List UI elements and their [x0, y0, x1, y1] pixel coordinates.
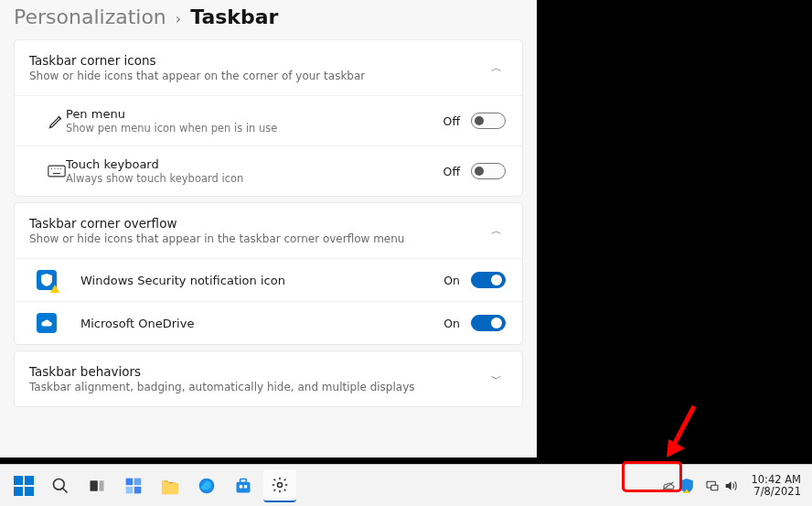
- windows-security-icon: [29, 270, 80, 290]
- store-button[interactable]: [227, 469, 260, 502]
- chevron-up-icon: ︿: [487, 223, 506, 239]
- setting-title: Touch keyboard: [66, 157, 443, 171]
- section-subtitle: Show or hide icons that appear in the ta…: [29, 232, 487, 245]
- settings-button[interactable]: [263, 469, 296, 502]
- widgets-button[interactable]: [117, 469, 150, 502]
- windows-logo-icon: [14, 476, 34, 496]
- clock-date: 7/8/2021: [751, 486, 801, 498]
- volume-icon: [723, 479, 738, 493]
- toggle-state-label: Off: [443, 114, 460, 128]
- svg-point-19: [278, 482, 283, 487]
- section-behaviors: Taskbar behaviors Taskbar alignment, bad…: [14, 350, 523, 407]
- svg-rect-8: [91, 480, 98, 491]
- section-title: Taskbar behaviors: [29, 364, 487, 379]
- toggle-touch-keyboard[interactable]: [471, 163, 506, 179]
- toggle-state-label: On: [443, 317, 460, 330]
- chevron-up-icon: ︿: [487, 60, 506, 76]
- toggle-windows-security[interactable]: [471, 272, 506, 288]
- start-button[interactable]: [7, 469, 40, 502]
- row-pen-menu: Pen menu Show pen menu icon when pen is …: [15, 95, 522, 145]
- toggle-state-label: On: [443, 274, 460, 287]
- breadcrumb-parent[interactable]: Personalization: [14, 5, 166, 28]
- section-corner-overflow: Taskbar corner overflow Show or hide ico…: [14, 202, 523, 345]
- svg-rect-13: [134, 486, 142, 493]
- section-title: Taskbar corner icons: [29, 53, 487, 68]
- svg-rect-0: [48, 166, 65, 177]
- annotation-arrow-icon: [665, 403, 701, 458]
- taskbar: 10:42 AM 7/8/2021: [0, 464, 812, 506]
- setting-title: Microsoft OneDrive: [80, 317, 443, 330]
- settings-panel: Personalization › Taskbar Taskbar corner…: [0, 0, 538, 458]
- taskbar-clock[interactable]: 10:42 AM 7/8/2021: [745, 474, 807, 498]
- row-windows-security: Windows Security notification icon On: [15, 258, 522, 301]
- section-header-behaviors[interactable]: Taskbar behaviors Taskbar alignment, bad…: [15, 351, 522, 406]
- svg-rect-23: [711, 485, 718, 490]
- onedrive-icon: [29, 313, 80, 333]
- widgets-icon: [124, 477, 143, 495]
- row-onedrive: Microsoft OneDrive On: [15, 301, 522, 344]
- breadcrumb: Personalization › Taskbar: [14, 0, 523, 39]
- svg-rect-18: [244, 485, 247, 488]
- gear-icon: [271, 476, 289, 494]
- search-icon: [51, 477, 69, 495]
- clock-time: 10:42 AM: [751, 474, 801, 486]
- keyboard-icon: [29, 164, 66, 178]
- svg-rect-15: [237, 481, 251, 492]
- setting-title: Windows Security notification icon: [80, 274, 443, 287]
- setting-subtitle: Always show touch keyboard icon: [66, 172, 443, 185]
- search-button[interactable]: [44, 469, 77, 502]
- page-title: Taskbar: [190, 5, 278, 28]
- task-view-button[interactable]: [80, 469, 113, 502]
- section-corner-icons: Taskbar corner icons Show or hide icons …: [14, 39, 523, 197]
- pen-icon: [29, 112, 66, 130]
- svg-point-6: [54, 479, 65, 490]
- toggle-state-label: Off: [443, 165, 460, 178]
- svg-line-24: [674, 406, 694, 445]
- store-icon: [234, 477, 252, 495]
- setting-title: Pen menu: [66, 107, 443, 121]
- svg-rect-17: [240, 485, 242, 488]
- svg-rect-11: [134, 478, 142, 485]
- network-icon: [705, 479, 720, 493]
- annotation-highlight-box: [622, 461, 682, 492]
- chevron-right-icon: ›: [176, 10, 181, 27]
- section-header-overflow[interactable]: Taskbar corner overflow Show or hide ico…: [15, 203, 522, 258]
- edge-button[interactable]: [190, 469, 223, 502]
- svg-rect-12: [126, 486, 134, 493]
- row-touch-keyboard: Touch keyboard Always show touch keyboar…: [15, 145, 522, 196]
- section-subtitle: Show or hide icons that appear on the co…: [29, 70, 487, 82]
- toggle-onedrive[interactable]: [471, 315, 506, 331]
- section-title: Taskbar corner overflow: [29, 216, 487, 231]
- svg-marker-25: [667, 439, 685, 458]
- svg-line-7: [63, 488, 68, 492]
- chevron-down-icon: ﹀: [487, 371, 506, 387]
- edge-icon: [198, 477, 216, 495]
- file-explorer-button[interactable]: [154, 469, 187, 502]
- svg-rect-16: [240, 479, 247, 482]
- divider: [0, 458, 812, 464]
- setting-subtitle: Show pen menu icon when pen is in use: [66, 122, 443, 135]
- section-header-corner-icons[interactable]: Taskbar corner icons Show or hide icons …: [15, 40, 522, 95]
- tray-system-icons[interactable]: [701, 477, 742, 495]
- section-subtitle: Taskbar alignment, badging, automaticall…: [29, 381, 487, 393]
- task-view-icon: [88, 477, 106, 495]
- folder-icon: [160, 477, 180, 495]
- svg-rect-10: [126, 478, 134, 485]
- svg-rect-9: [100, 480, 104, 491]
- toggle-pen-menu[interactable]: [471, 113, 506, 129]
